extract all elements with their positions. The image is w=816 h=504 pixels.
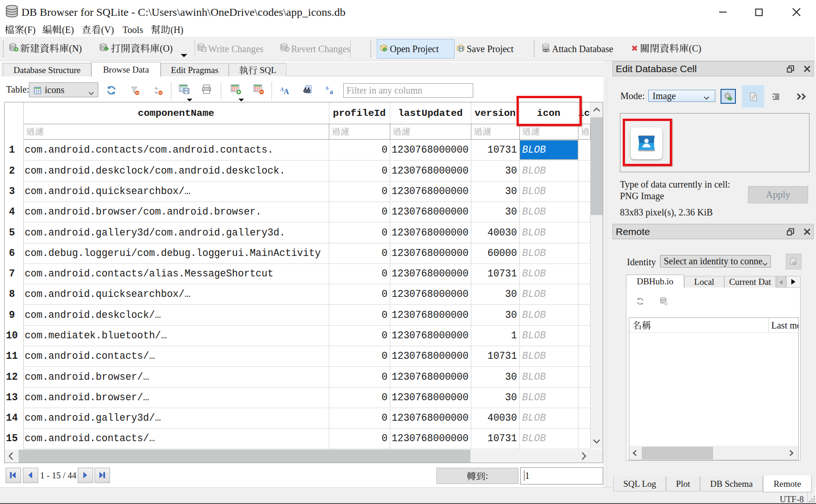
svg-text:b: b [326, 85, 329, 91]
svg-text:A: A [284, 87, 289, 95]
svg-text:a: a [330, 88, 333, 95]
